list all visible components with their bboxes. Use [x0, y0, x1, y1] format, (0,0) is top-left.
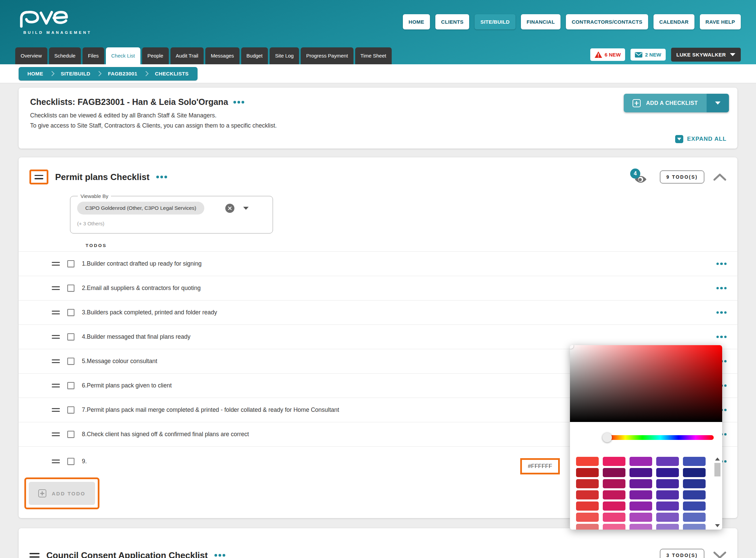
todo-drag-handle[interactable] — [52, 460, 60, 463]
color-swatch[interactable] — [656, 501, 679, 511]
color-swatch[interactable] — [603, 490, 625, 499]
top-nav-button[interactable]: CONTRACTORS/CONTACTS — [566, 14, 648, 29]
top-nav-button[interactable]: RAVE HELP — [700, 14, 741, 29]
color-swatch[interactable] — [576, 490, 599, 499]
top-nav-button[interactable]: FINANCIAL — [521, 14, 561, 29]
todo-actions-menu[interactable] — [716, 311, 727, 314]
color-swatch[interactable] — [683, 490, 706, 499]
project-tab[interactable]: Site Log — [270, 47, 299, 64]
collapse-checklist-button[interactable] — [713, 173, 727, 181]
color-swatch[interactable] — [576, 501, 599, 511]
color-swatch[interactable] — [576, 524, 599, 530]
todo-checkbox[interactable] — [67, 382, 74, 389]
todo-checkbox[interactable] — [67, 431, 74, 438]
project-tab[interactable]: Schedule — [49, 47, 81, 64]
todo-drag-handle[interactable] — [52, 359, 60, 363]
alerts-button[interactable]: 6 NEW — [590, 48, 625, 61]
viewable-by-select[interactable]: Viewable By C3PO Goldenrod (Other, C3PO … — [70, 193, 273, 233]
color-swatch[interactable] — [603, 524, 625, 530]
color-swatch[interactable] — [629, 490, 652, 499]
color-swatch[interactable] — [603, 513, 625, 522]
color-swatch[interactable] — [629, 524, 652, 530]
color-swatch[interactable] — [603, 501, 625, 511]
todo-checkbox[interactable] — [67, 260, 74, 267]
color-hex-input[interactable] — [522, 463, 558, 470]
breadcrumb-item[interactable]: HOME — [27, 71, 43, 76]
color-swatch[interactable] — [603, 479, 625, 488]
scroll-down-icon[interactable] — [715, 524, 720, 527]
viewable-by-dropdown-icon[interactable] — [243, 207, 249, 210]
color-swatch[interactable] — [603, 457, 625, 466]
todo-checkbox[interactable] — [67, 285, 74, 292]
checklist-drag-handle[interactable] — [29, 553, 40, 558]
add-checklist-split-button[interactable]: ADD A CHECKLIST — [624, 94, 729, 112]
color-swatch[interactable] — [576, 479, 599, 488]
project-tab[interactable]: Messages — [205, 47, 239, 64]
todo-checkbox[interactable] — [67, 406, 74, 414]
color-swatch[interactable] — [683, 468, 706, 477]
todo-drag-handle[interactable] — [52, 408, 60, 412]
todo-checkbox[interactable] — [67, 458, 74, 465]
remove-viewer-button[interactable] — [225, 204, 234, 213]
color-swatch[interactable] — [629, 501, 652, 511]
watchers-indicator[interactable]: 4 — [630, 170, 647, 184]
user-menu-button[interactable]: LUKE SKYWALKER — [671, 48, 741, 62]
color-swatch[interactable] — [576, 513, 599, 522]
add-checklist-dropdown[interactable] — [707, 94, 729, 112]
expand-all-button[interactable]: EXPAND ALL — [675, 135, 727, 143]
color-swatch[interactable] — [656, 457, 679, 466]
scrollbar-thumb[interactable] — [714, 463, 720, 476]
saturation-value-gradient[interactable] — [570, 345, 722, 422]
top-nav-button[interactable]: HOME — [403, 14, 430, 29]
project-tab[interactable]: Files — [83, 47, 104, 64]
color-swatch[interactable] — [629, 457, 652, 466]
permit-checklist-actions-menu[interactable] — [156, 176, 167, 178]
color-swatch[interactable] — [683, 524, 706, 530]
color-swatch[interactable] — [576, 457, 599, 466]
color-swatch[interactable] — [629, 468, 652, 477]
page-title-actions-menu[interactable] — [233, 101, 244, 104]
permit-todo-count-pill[interactable]: 9 TODO(S) — [660, 171, 704, 183]
council-checklist-actions-menu[interactable] — [214, 554, 225, 557]
expand-checklist-button[interactable] — [713, 551, 727, 558]
todo-drag-handle[interactable] — [52, 335, 60, 339]
color-swatch[interactable] — [683, 513, 706, 522]
scroll-up-icon[interactable] — [715, 457, 720, 461]
todo-drag-handle[interactable] — [52, 384, 60, 387]
project-tab[interactable]: People — [142, 47, 169, 64]
color-swatch[interactable] — [656, 513, 679, 522]
color-swatch[interactable] — [576, 468, 599, 477]
color-swatch[interactable] — [656, 490, 679, 499]
todo-drag-handle[interactable] — [52, 286, 60, 290]
color-swatch[interactable] — [656, 468, 679, 477]
color-swatch[interactable] — [683, 457, 706, 466]
color-swatch[interactable] — [656, 479, 679, 488]
add-todo-button[interactable]: ADD TODO — [29, 482, 95, 505]
project-tab[interactable]: Overview — [15, 47, 47, 64]
color-swatch[interactable] — [656, 524, 679, 530]
project-tab[interactable]: Audit Trail — [170, 47, 204, 64]
breadcrumb-item[interactable]: SITE/BUILD — [43, 71, 90, 76]
breadcrumb-item[interactable]: FAGB23001 — [90, 71, 137, 76]
breadcrumb-item[interactable]: CHECKLISTS — [137, 71, 189, 76]
top-nav-button[interactable]: SITE/BUILD — [475, 14, 515, 29]
todo-actions-menu[interactable] — [716, 263, 727, 265]
todo-checkbox[interactable] — [67, 309, 74, 316]
color-swatch[interactable] — [683, 479, 706, 488]
todo-drag-handle[interactable] — [52, 262, 60, 266]
todo-checkbox[interactable] — [67, 333, 74, 340]
hue-slider[interactable] — [607, 435, 714, 440]
messages-button[interactable]: 2 NEW — [631, 49, 666, 61]
todo-actions-menu[interactable] — [716, 287, 727, 290]
todo-actions-menu[interactable] — [716, 336, 727, 338]
color-swatch[interactable] — [683, 501, 706, 511]
color-swatch[interactable] — [629, 479, 652, 488]
hue-slider-handle[interactable] — [602, 433, 612, 442]
project-tab[interactable]: Check List — [106, 47, 140, 64]
top-nav-button[interactable]: CALENDAR — [654, 14, 694, 29]
todo-checkbox[interactable] — [67, 358, 74, 365]
project-tab[interactable]: Time Sheet — [355, 47, 392, 64]
todo-drag-handle[interactable] — [52, 311, 60, 314]
color-swatch[interactable] — [629, 513, 652, 522]
checklist-drag-handle-highlighted[interactable] — [29, 170, 48, 184]
